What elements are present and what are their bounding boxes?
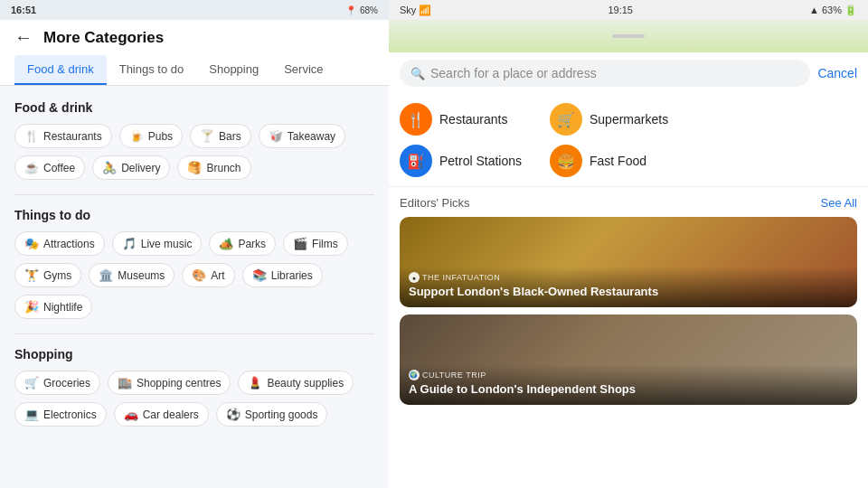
sporting-icon: ⚽ [226,408,241,421]
editors-header: Editors' Picks See All [400,196,857,210]
section-things-to-do: Things to do 🎭Attractions 🎵Live music 🏕️… [14,208,374,319]
chip-museums[interactable]: 🏛️Museums [89,263,175,287]
supermarkets-cat-label: Supermarkets [590,112,668,127]
cat-supermarkets[interactable]: 🛒 Supermarkets [550,103,685,136]
page-title: More Categories [43,29,164,47]
chip-nightlife[interactable]: 🎉Nightlife [14,295,92,319]
battery-left: 68% [360,5,378,15]
divider-1 [14,194,374,195]
search-icon: 🔍 [410,67,425,80]
left-header: ← More Categories Food & drink Things to… [0,20,389,86]
fastfood-cat-icon: 🍔 [550,145,582,177]
tab-service[interactable]: Service [271,55,335,85]
left-status-icons: 📍 68% [345,5,378,15]
editors-picks-title: Editors' Picks [400,196,470,210]
restaurants-cat-label: Restaurants [439,112,507,127]
right-time: 19:15 [608,5,633,15]
divider-2 [14,333,374,334]
chip-bars[interactable]: 🍸Bars [190,124,251,148]
search-bar: 🔍 Search for a place or address Cancel [389,52,868,94]
gyms-icon: 🏋️ [24,268,39,282]
chip-art[interactable]: 🎨Art [182,263,234,287]
chip-restaurants[interactable]: 🍴Restaurants [14,124,112,148]
card-2-source: 🌍 culture trip [409,370,848,380]
parks-icon: 🏕️ [219,237,233,250]
chip-electronics[interactable]: 💻Electronics [14,402,107,427]
beauty-icon: 💄 [248,376,262,389]
tab-things[interactable]: Things to do [107,55,197,85]
delivery-icon: 🚴 [102,161,117,174]
see-all-button[interactable]: See All [821,196,857,210]
chip-libraries[interactable]: 📚Libraries [242,263,323,287]
search-input-wrap[interactable]: 🔍 Search for a place or address [400,60,810,87]
chip-parks[interactable]: 🏕️Parks [209,231,276,256]
section-shopping: Shopping 🛒Groceries 🏬Shopping centres 💄B… [14,347,374,427]
left-time: 16:51 [11,5,36,15]
nightlife-icon: 🎉 [24,300,39,314]
tab-shopping[interactable]: Shopping [196,55,271,85]
left-panel: 16:51 📍 68% ← More Categories Food & dri… [0,0,389,488]
chip-delivery[interactable]: 🚴Delivery [92,155,170,180]
right-status-bar: Sky 📶 19:15 ▲ 63% 🔋 [389,0,868,20]
editors-card-2[interactable]: 🌍 culture trip A Guide to London's Indep… [400,314,857,405]
electronics-icon: 💻 [24,408,39,421]
editors-picks-section: Editors' Picks See All ● THE INFATUATION… [389,187,868,488]
takeaway-icon: 🥡 [269,129,283,143]
location-icon: 📍 [345,5,356,15]
supermarkets-cat-icon: 🛒 [550,103,582,136]
right-panel: Sky 📶 19:15 ▲ 63% 🔋 🔍 Search for a place… [389,0,868,488]
coffee-icon: ☕ [24,161,39,174]
tab-food-drink[interactable]: Food & drink [14,55,107,85]
chip-beauty[interactable]: 💄Beauty supplies [238,371,354,395]
card-1-title: Support London's Black-Owned Restaurants [409,285,848,300]
card-2-title: A Guide to London's Independent Shops [409,382,848,398]
chip-gyms[interactable]: 🏋️Gyms [14,263,81,287]
section-shopping-title: Shopping [14,347,374,361]
food-chips: 🍴Restaurants 🍺Pubs 🍸Bars 🥡Takeaway ☕Coff… [14,124,374,180]
source-1-icon: ● [409,272,420,283]
chip-brunch[interactable]: 🥞Brunch [177,155,250,180]
left-status-bar: 16:51 📍 68% [0,0,389,20]
right-carrier: Sky 📶 [400,5,431,16]
cat-restaurants[interactable]: 🍴 Restaurants [400,103,535,136]
chip-live-music[interactable]: 🎵Live music [112,231,203,256]
chip-sporting[interactable]: ⚽Sporting goods [216,402,328,427]
cancel-button[interactable]: Cancel [817,66,857,80]
chip-takeaway[interactable]: 🥡Takeaway [259,124,345,148]
left-content: Food & drink 🍴Restaurants 🍺Pubs 🍸Bars 🥡T… [0,86,389,488]
category-row-1: 🍴 Restaurants 🛒 Supermarkets [400,103,857,136]
chip-coffee[interactable]: ☕Coffee [14,155,85,180]
chip-groceries[interactable]: 🛒Groceries [14,371,100,395]
art-icon: 🎨 [192,268,206,282]
petrol-cat-icon: ⛽ [400,145,432,177]
category-tabs: Food & drink Things to do Shopping Servi… [14,55,374,85]
source-2-icon: 🌍 [409,370,420,380]
back-button[interactable]: ← [14,27,33,48]
source-2-label: culture trip [422,371,486,380]
car-dealers-icon: 🚗 [124,408,138,421]
pubs-icon: 🍺 [129,129,144,143]
drag-handle[interactable] [612,34,645,38]
live-music-icon: 🎵 [122,237,137,250]
chip-attractions[interactable]: 🎭Attractions [14,231,105,256]
restaurants-icon: 🍴 [24,129,39,143]
editors-card-1[interactable]: ● THE INFATUATION Support London's Black… [400,217,857,307]
search-placeholder: Search for a place or address [430,66,597,80]
quick-categories: 🍴 Restaurants 🛒 Supermarkets ⛽ Petrol St… [389,94,868,187]
shopping-centres-icon: 🏬 [118,376,132,389]
chip-shopping-centres[interactable]: 🏬Shopping centres [108,371,231,395]
cat-petrol[interactable]: ⛽ Petrol Stations [400,145,535,177]
cat-fastfood[interactable]: 🍔 Fast Food [550,145,685,177]
chip-car-dealers[interactable]: 🚗Car dealers [114,402,209,427]
card-2-overlay: 🌍 culture trip A Guide to London's Indep… [400,364,857,405]
groceries-icon: 🛒 [24,376,39,389]
brunch-icon: 🥞 [187,161,202,174]
chip-pubs[interactable]: 🍺Pubs [119,124,183,148]
chip-films[interactable]: 🎬Films [283,231,348,256]
category-row-2: ⛽ Petrol Stations 🍔 Fast Food [400,145,857,177]
source-1-label: THE INFATUATION [422,273,500,282]
films-icon: 🎬 [293,237,307,250]
card-1-overlay: ● THE INFATUATION Support London's Black… [400,267,857,307]
petrol-cat-label: Petrol Stations [439,154,522,168]
map-preview [389,20,868,52]
